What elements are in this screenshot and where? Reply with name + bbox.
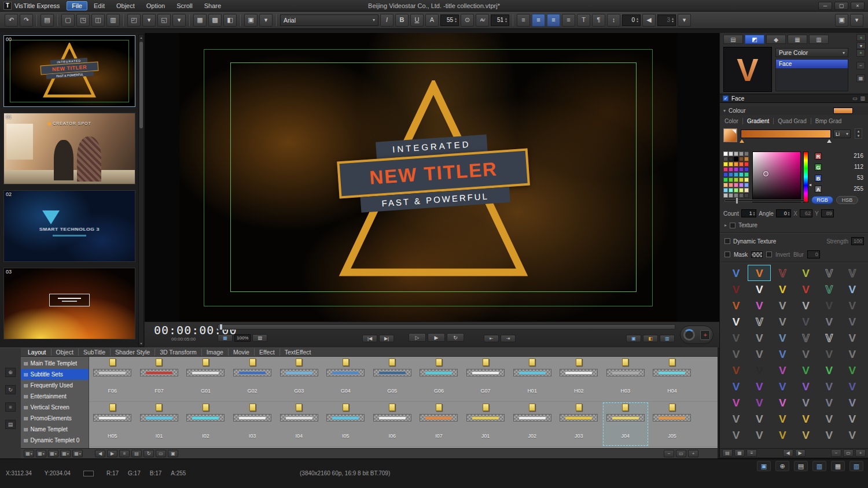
- zoom-out-button[interactable]: −: [664, 450, 674, 457]
- style-preset-19[interactable]: V: [748, 313, 771, 330]
- tab-object[interactable]: Object: [52, 349, 79, 356]
- style-preset-59[interactable]: V: [841, 411, 864, 427]
- palette-swatch[interactable]: [734, 162, 738, 167]
- hue-strip[interactable]: [803, 151, 808, 202]
- tab-subtitle[interactable]: SubTitle: [79, 349, 111, 356]
- style-preset-7[interactable]: V: [748, 281, 771, 297]
- tab-shader-style[interactable]: Shader Style: [111, 349, 155, 356]
- scroll-down-icon[interactable]: ▾: [139, 341, 144, 345]
- style-preset-4[interactable]: V: [818, 265, 841, 281]
- template-info-button[interactable]: ▣: [168, 450, 178, 457]
- pin-panel-button[interactable]: ⊕: [5, 368, 16, 377]
- bold-button[interactable]: B: [395, 14, 409, 27]
- style-preset-63[interactable]: V: [795, 427, 818, 443]
- palette-swatch[interactable]: [739, 188, 744, 193]
- external-monitor-button[interactable]: ▣: [835, 14, 848, 27]
- category-main-title-templet[interactable]: ▤Main Title Templet: [21, 358, 89, 369]
- category-frequently-used[interactable]: ▤Frequently Used: [21, 380, 89, 391]
- template-J01[interactable]: J01: [462, 402, 509, 446]
- palette-swatch[interactable]: [734, 167, 738, 172]
- preset-view-list-button[interactable]: ≡: [746, 449, 757, 457]
- style-preset-64[interactable]: V: [818, 427, 841, 443]
- category-vertical-screen[interactable]: ▤Vertical Screen: [21, 402, 89, 413]
- palette-swatch[interactable]: [729, 151, 733, 156]
- play-button[interactable]: ▶: [428, 333, 445, 342]
- tab-image[interactable]: Image: [202, 349, 229, 356]
- style-preset-60[interactable]: V: [724, 427, 748, 443]
- save-document-button[interactable]: ◫: [91, 14, 105, 27]
- style-preset-41[interactable]: V: [841, 362, 864, 378]
- position-crosshair-button[interactable]: +: [700, 330, 710, 340]
- style-preset-3[interactable]: V: [795, 265, 818, 281]
- export-options-button[interactable]: ▾: [172, 14, 186, 27]
- style-preset-28[interactable]: V: [818, 330, 841, 346]
- style-preset-47[interactable]: V: [841, 378, 864, 394]
- style-preset-56[interactable]: V: [771, 411, 794, 427]
- import-template-button[interactable]: ◰: [127, 14, 141, 27]
- preset-page-next-button[interactable]: ▶: [795, 449, 806, 457]
- style-preset-1[interactable]: V: [748, 265, 771, 281]
- tab-texteffect[interactable]: TextEffect: [280, 349, 316, 356]
- face-enabled-checkbox[interactable]: ✓: [723, 95, 729, 101]
- face-section-header[interactable]: ✓ Face ▭ ▥: [720, 94, 868, 103]
- scene-list-scrollbar[interactable]: ▴ ▾: [138, 34, 144, 346]
- template-I04[interactable]: I04: [275, 402, 322, 446]
- page-setup-button[interactable]: ▥: [106, 14, 120, 27]
- style-preset-55[interactable]: V: [748, 411, 771, 427]
- jog-dial[interactable]: [683, 329, 695, 341]
- style-preset-40[interactable]: V: [818, 362, 841, 378]
- scroll-up-icon[interactable]: ▴: [139, 35, 144, 39]
- saturation-picker[interactable]: [752, 151, 801, 202]
- category-subtitle-sets[interactable]: ▤Subtitle Sets: [21, 369, 89, 380]
- template-G06[interactable]: G06: [415, 357, 462, 401]
- underline-button[interactable]: U: [410, 14, 424, 27]
- style-preset-62[interactable]: V: [771, 427, 794, 443]
- down-icon[interactable]: ▾: [858, 134, 860, 138]
- zoom-in-button[interactable]: +: [688, 450, 698, 457]
- menu-option[interactable]: Option: [141, 1, 170, 10]
- style-preset-38[interactable]: V: [771, 362, 794, 378]
- tab-movie[interactable]: Movie: [229, 349, 255, 356]
- template-H04[interactable]: H04: [649, 357, 696, 401]
- preset-zoom-out-button[interactable]: −: [831, 449, 841, 457]
- colour-mode-quad-grad[interactable]: Quad Grad: [774, 118, 811, 124]
- invert-checkbox[interactable]: [766, 252, 772, 257]
- up-icon[interactable]: ▴: [858, 129, 860, 134]
- style-preset-29[interactable]: V: [841, 330, 864, 346]
- palette-swatch[interactable]: [744, 193, 749, 198]
- template-I05[interactable]: I05: [322, 402, 369, 446]
- style-preset-33[interactable]: V: [795, 346, 818, 362]
- preset-zoom-in-button[interactable]: +: [855, 449, 866, 457]
- style-preset-21[interactable]: V: [795, 313, 818, 330]
- gradient-spinner[interactable]: ▴▾: [855, 128, 862, 139]
- palette-swatch[interactable]: [739, 157, 744, 161]
- text-direction-button[interactable]: ¶: [592, 14, 605, 27]
- palette-swatch[interactable]: [723, 167, 728, 172]
- style-preset-24[interactable]: V: [724, 330, 748, 346]
- scene-thumbnail-0[interactable]: 00 INTEGRATED NEW TITLER FAST & POWERFUL: [3, 35, 135, 107]
- palette-swatch[interactable]: [729, 167, 733, 172]
- video-output-button[interactable]: ▣: [626, 335, 641, 342]
- maximize-button[interactable]: ▢: [834, 2, 848, 10]
- palette-swatch[interactable]: [744, 188, 749, 193]
- style-preset-46[interactable]: V: [818, 378, 841, 394]
- import-options-button[interactable]: ▾: [142, 14, 156, 27]
- palette-swatch[interactable]: [739, 167, 744, 172]
- style-preset-10[interactable]: V: [818, 281, 841, 297]
- preview-canvas[interactable]: INTEGRATED NEW TITLER FAST & POWERFUL: [179, 33, 677, 321]
- menu-edit[interactable]: Edit: [89, 1, 110, 10]
- preview-monitor-button[interactable]: ▣: [757, 461, 771, 471]
- palette-swatch[interactable]: [723, 172, 728, 177]
- canvas-zoom-value[interactable]: 100%: [234, 334, 251, 342]
- font-size-button[interactable]: A: [425, 14, 439, 27]
- style-preset-23[interactable]: V: [841, 313, 864, 330]
- category-dynamic-templet-0[interactable]: ▤Dynamic Templet 0: [21, 435, 89, 446]
- insert-options-button[interactable]: ▾: [259, 14, 273, 27]
- style-preset-45[interactable]: V: [795, 378, 818, 394]
- count-input[interactable]: 1▴▾: [741, 209, 757, 217]
- style-preset-2[interactable]: V: [771, 265, 794, 281]
- palette-swatch[interactable]: [744, 172, 749, 177]
- kerning-value[interactable]: 51▴▾: [491, 14, 509, 26]
- style-preset-51[interactable]: V: [795, 394, 818, 411]
- style-preset-65[interactable]: V: [841, 427, 864, 443]
